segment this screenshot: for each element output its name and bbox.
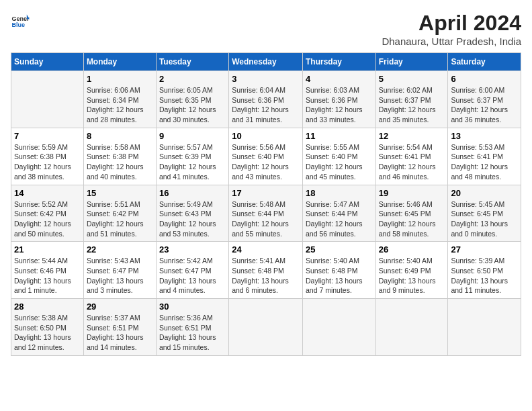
calendar-cell: 28Sunrise: 5:38 AMSunset: 6:50 PMDayligh… xyxy=(11,299,84,356)
day-number: 4 xyxy=(306,74,373,84)
day-info: Sunrise: 5:51 AMSunset: 6:42 PMDaylight:… xyxy=(87,199,153,239)
day-info: Sunrise: 5:43 AMSunset: 6:47 PMDaylight:… xyxy=(87,256,153,295)
calendar-cell: 24Sunrise: 5:41 AMSunset: 6:48 PMDayligh… xyxy=(229,242,303,299)
calendar-cell: 18Sunrise: 5:47 AMSunset: 6:44 PMDayligh… xyxy=(302,185,375,242)
day-info: Sunrise: 6:05 AMSunset: 6:35 PMDaylight:… xyxy=(159,85,226,125)
day-number: 24 xyxy=(232,244,300,255)
day-number: 16 xyxy=(159,188,226,198)
day-info: Sunrise: 5:40 AMSunset: 6:49 PMDaylight:… xyxy=(379,256,445,295)
logo-icon: General Blue xyxy=(11,11,30,30)
day-number: 7 xyxy=(14,131,81,141)
day-info: Sunrise: 6:02 AMSunset: 6:37 PMDaylight:… xyxy=(379,85,445,125)
day-number: 23 xyxy=(159,244,226,255)
col-header-thursday: Thursday xyxy=(302,53,375,71)
svg-text:Blue: Blue xyxy=(11,21,25,28)
calendar-cell: 6Sunrise: 6:00 AMSunset: 6:37 PMDaylight… xyxy=(448,71,521,128)
day-info: Sunrise: 5:57 AMSunset: 6:39 PMDaylight:… xyxy=(159,142,226,182)
day-info: Sunrise: 5:38 AMSunset: 6:50 PMDaylight:… xyxy=(14,313,81,353)
calendar-cell: 13Sunrise: 5:53 AMSunset: 6:41 PMDayligh… xyxy=(448,128,521,185)
calendar-cell xyxy=(11,71,84,128)
col-header-saturday: Saturday xyxy=(448,53,521,71)
day-info: Sunrise: 5:53 AMSunset: 6:41 PMDaylight:… xyxy=(451,142,518,182)
calendar-cell: 26Sunrise: 5:40 AMSunset: 6:49 PMDayligh… xyxy=(375,242,448,299)
day-number: 20 xyxy=(451,188,518,198)
day-number: 28 xyxy=(14,302,81,312)
calendar-cell: 5Sunrise: 6:02 AMSunset: 6:37 PMDaylight… xyxy=(375,71,448,128)
day-info: Sunrise: 5:55 AMSunset: 6:40 PMDaylight:… xyxy=(306,142,373,182)
day-number: 9 xyxy=(159,131,226,141)
calendar-cell: 27Sunrise: 5:39 AMSunset: 6:50 PMDayligh… xyxy=(448,242,521,299)
day-number: 21 xyxy=(14,244,81,255)
calendar-cell: 2Sunrise: 6:05 AMSunset: 6:35 PMDaylight… xyxy=(156,71,228,128)
calendar-cell xyxy=(375,299,448,356)
day-number: 8 xyxy=(87,131,153,141)
day-number: 19 xyxy=(379,188,445,198)
day-info: Sunrise: 5:37 AMSunset: 6:51 PMDaylight:… xyxy=(87,313,153,353)
day-info: Sunrise: 5:39 AMSunset: 6:50 PMDaylight:… xyxy=(451,256,518,295)
calendar-cell: 3Sunrise: 6:04 AMSunset: 6:36 PMDaylight… xyxy=(229,71,303,128)
day-number: 17 xyxy=(232,188,300,198)
day-number: 13 xyxy=(451,131,518,141)
day-info: Sunrise: 5:59 AMSunset: 6:38 PMDaylight:… xyxy=(14,142,81,182)
day-info: Sunrise: 5:56 AMSunset: 6:40 PMDaylight:… xyxy=(232,142,300,182)
calendar-table: SundayMondayTuesdayWednesdayThursdayFrid… xyxy=(11,52,521,356)
calendar-week-row: 14Sunrise: 5:52 AMSunset: 6:42 PMDayligh… xyxy=(11,185,521,242)
calendar-cell: 1Sunrise: 6:06 AMSunset: 6:34 PMDaylight… xyxy=(83,71,156,128)
title-section: April 2024 Dhanaura, Uttar Pradesh, Indi… xyxy=(382,11,521,47)
calendar-cell: 21Sunrise: 5:44 AMSunset: 6:46 PMDayligh… xyxy=(11,242,84,299)
day-info: Sunrise: 5:42 AMSunset: 6:47 PMDaylight:… xyxy=(159,256,226,295)
calendar-cell: 16Sunrise: 5:49 AMSunset: 6:43 PMDayligh… xyxy=(156,185,228,242)
day-info: Sunrise: 5:58 AMSunset: 6:38 PMDaylight:… xyxy=(87,142,153,182)
day-number: 15 xyxy=(87,188,153,198)
calendar-cell: 4Sunrise: 6:03 AMSunset: 6:36 PMDaylight… xyxy=(302,71,375,128)
day-info: Sunrise: 5:45 AMSunset: 6:45 PMDaylight:… xyxy=(451,199,518,239)
calendar-cell: 14Sunrise: 5:52 AMSunset: 6:42 PMDayligh… xyxy=(11,185,84,242)
day-number: 1 xyxy=(87,74,153,84)
calendar-cell xyxy=(302,299,375,356)
day-number: 10 xyxy=(232,131,300,141)
page-title: April 2024 xyxy=(382,11,521,36)
day-info: Sunrise: 5:52 AMSunset: 6:42 PMDaylight:… xyxy=(14,199,81,239)
calendar-week-row: 21Sunrise: 5:44 AMSunset: 6:46 PMDayligh… xyxy=(11,242,521,299)
day-number: 5 xyxy=(379,74,445,84)
day-number: 29 xyxy=(87,302,153,312)
calendar-cell: 19Sunrise: 5:46 AMSunset: 6:45 PMDayligh… xyxy=(375,185,448,242)
calendar-cell: 25Sunrise: 5:40 AMSunset: 6:48 PMDayligh… xyxy=(302,242,375,299)
day-number: 2 xyxy=(159,74,226,84)
day-info: Sunrise: 5:46 AMSunset: 6:45 PMDaylight:… xyxy=(379,199,445,239)
calendar-cell: 7Sunrise: 5:59 AMSunset: 6:38 PMDaylight… xyxy=(11,128,84,185)
calendar-cell: 17Sunrise: 5:48 AMSunset: 6:44 PMDayligh… xyxy=(229,185,303,242)
day-number: 27 xyxy=(451,244,518,255)
calendar-cell: 11Sunrise: 5:55 AMSunset: 6:40 PMDayligh… xyxy=(302,128,375,185)
calendar-week-row: 28Sunrise: 5:38 AMSunset: 6:50 PMDayligh… xyxy=(11,299,521,356)
calendar-cell: 10Sunrise: 5:56 AMSunset: 6:40 PMDayligh… xyxy=(229,128,303,185)
day-info: Sunrise: 6:06 AMSunset: 6:34 PMDaylight:… xyxy=(87,85,153,125)
day-number: 22 xyxy=(87,244,153,255)
day-info: Sunrise: 6:00 AMSunset: 6:37 PMDaylight:… xyxy=(451,85,518,125)
calendar-cell: 29Sunrise: 5:37 AMSunset: 6:51 PMDayligh… xyxy=(83,299,156,356)
day-info: Sunrise: 6:04 AMSunset: 6:36 PMDaylight:… xyxy=(232,85,300,125)
day-info: Sunrise: 5:48 AMSunset: 6:44 PMDaylight:… xyxy=(232,199,300,239)
day-info: Sunrise: 5:44 AMSunset: 6:46 PMDaylight:… xyxy=(14,256,81,295)
day-info: Sunrise: 5:40 AMSunset: 6:48 PMDaylight:… xyxy=(306,256,373,295)
page-subtitle: Dhanaura, Uttar Pradesh, India xyxy=(382,36,521,47)
logo: General Blue xyxy=(11,11,30,30)
calendar-cell: 15Sunrise: 5:51 AMSunset: 6:42 PMDayligh… xyxy=(83,185,156,242)
col-header-sunday: Sunday xyxy=(11,53,84,71)
day-info: Sunrise: 5:49 AMSunset: 6:43 PMDaylight:… xyxy=(159,199,226,239)
day-number: 6 xyxy=(451,74,518,84)
day-info: Sunrise: 5:54 AMSunset: 6:41 PMDaylight:… xyxy=(379,142,445,182)
day-info: Sunrise: 6:03 AMSunset: 6:36 PMDaylight:… xyxy=(306,85,373,125)
day-number: 3 xyxy=(232,74,300,84)
col-header-monday: Monday xyxy=(83,53,156,71)
col-header-wednesday: Wednesday xyxy=(229,53,303,71)
day-number: 11 xyxy=(306,131,373,141)
day-info: Sunrise: 5:47 AMSunset: 6:44 PMDaylight:… xyxy=(306,199,373,239)
calendar-header-row: SundayMondayTuesdayWednesdayThursdayFrid… xyxy=(11,53,521,71)
calendar-cell: 8Sunrise: 5:58 AMSunset: 6:38 PMDaylight… xyxy=(83,128,156,185)
calendar-cell: 20Sunrise: 5:45 AMSunset: 6:45 PMDayligh… xyxy=(448,185,521,242)
day-info: Sunrise: 5:41 AMSunset: 6:48 PMDaylight:… xyxy=(232,256,300,295)
day-number: 26 xyxy=(379,244,445,255)
calendar-week-row: 7Sunrise: 5:59 AMSunset: 6:38 PMDaylight… xyxy=(11,128,521,185)
calendar-cell: 9Sunrise: 5:57 AMSunset: 6:39 PMDaylight… xyxy=(156,128,228,185)
